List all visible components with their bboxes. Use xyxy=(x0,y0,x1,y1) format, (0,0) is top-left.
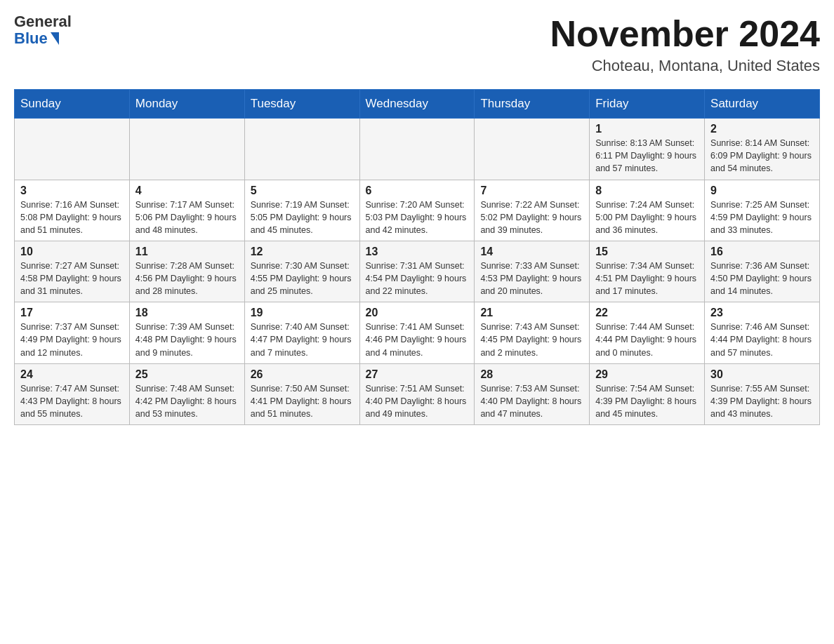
day-number: 9 xyxy=(710,185,814,197)
logo-general-text: General xyxy=(14,14,72,29)
day-info: Sunrise: 7:17 AM Sunset: 5:06 PM Dayligh… xyxy=(135,199,239,236)
weekday-header-saturday: Saturday xyxy=(705,90,820,119)
calendar-day-cell: 18Sunrise: 7:39 AM Sunset: 4:48 PM Dayli… xyxy=(129,302,244,363)
day-info: Sunrise: 7:41 AM Sunset: 4:46 PM Dayligh… xyxy=(366,321,469,358)
day-info: Sunrise: 7:33 AM Sunset: 4:53 PM Dayligh… xyxy=(480,260,583,297)
weekday-header-monday: Monday xyxy=(129,90,244,119)
day-number: 4 xyxy=(135,185,239,197)
logo-blue-text: Blue xyxy=(14,29,59,48)
day-number: 16 xyxy=(710,246,814,258)
calendar-day-cell xyxy=(475,119,590,180)
calendar-day-cell: 22Sunrise: 7:44 AM Sunset: 4:44 PM Dayli… xyxy=(590,302,705,363)
day-number: 5 xyxy=(251,185,354,197)
calendar-day-cell: 12Sunrise: 7:30 AM Sunset: 4:55 PM Dayli… xyxy=(244,241,359,302)
day-number: 13 xyxy=(366,246,469,258)
day-info: Sunrise: 7:43 AM Sunset: 4:45 PM Dayligh… xyxy=(480,321,583,358)
calendar-day-cell xyxy=(15,119,130,180)
calendar-day-cell: 30Sunrise: 7:55 AM Sunset: 4:39 PM Dayli… xyxy=(705,363,820,424)
calendar-day-cell: 2Sunrise: 8:14 AM Sunset: 6:09 PM Daylig… xyxy=(705,119,820,180)
day-number: 27 xyxy=(366,368,469,381)
calendar-day-cell: 5Sunrise: 7:19 AM Sunset: 5:05 PM Daylig… xyxy=(244,180,359,241)
day-number: 1 xyxy=(595,123,699,135)
calendar-day-cell: 24Sunrise: 7:47 AM Sunset: 4:43 PM Dayli… xyxy=(15,363,130,424)
day-number: 26 xyxy=(251,368,354,381)
calendar-day-cell: 27Sunrise: 7:51 AM Sunset: 4:40 PM Dayli… xyxy=(359,363,475,424)
day-number: 23 xyxy=(710,307,814,319)
weekday-header-wednesday: Wednesday xyxy=(359,90,475,119)
calendar-day-cell: 11Sunrise: 7:28 AM Sunset: 4:56 PM Dayli… xyxy=(129,241,244,302)
day-info: Sunrise: 7:16 AM Sunset: 5:08 PM Dayligh… xyxy=(20,199,124,236)
day-number: 30 xyxy=(710,368,814,381)
day-info: Sunrise: 7:55 AM Sunset: 4:39 PM Dayligh… xyxy=(710,382,814,420)
month-title: November 2024 xyxy=(550,14,820,54)
calendar-day-cell: 4Sunrise: 7:17 AM Sunset: 5:06 PM Daylig… xyxy=(129,180,244,241)
calendar-day-cell: 23Sunrise: 7:46 AM Sunset: 4:44 PM Dayli… xyxy=(705,302,820,363)
calendar-day-cell: 3Sunrise: 7:16 AM Sunset: 5:08 PM Daylig… xyxy=(15,180,130,241)
calendar-day-cell: 13Sunrise: 7:31 AM Sunset: 4:54 PM Dayli… xyxy=(359,241,475,302)
calendar-day-cell: 16Sunrise: 7:36 AM Sunset: 4:50 PM Dayli… xyxy=(705,241,820,302)
calendar-day-cell xyxy=(129,119,244,180)
day-info: Sunrise: 7:48 AM Sunset: 4:42 PM Dayligh… xyxy=(135,382,239,420)
calendar-day-cell: 15Sunrise: 7:34 AM Sunset: 4:51 PM Dayli… xyxy=(590,241,705,302)
day-info: Sunrise: 7:37 AM Sunset: 4:49 PM Dayligh… xyxy=(20,321,124,358)
day-number: 7 xyxy=(480,185,583,197)
calendar-day-cell: 25Sunrise: 7:48 AM Sunset: 4:42 PM Dayli… xyxy=(129,363,244,424)
calendar-day-cell xyxy=(359,119,475,180)
day-info: Sunrise: 7:36 AM Sunset: 4:50 PM Dayligh… xyxy=(710,260,814,297)
calendar-day-cell: 10Sunrise: 7:27 AM Sunset: 4:58 PM Dayli… xyxy=(15,241,130,302)
weekday-header-thursday: Thursday xyxy=(475,90,590,119)
day-number: 12 xyxy=(251,246,354,258)
day-info: Sunrise: 7:19 AM Sunset: 5:05 PM Dayligh… xyxy=(251,199,354,236)
day-number: 11 xyxy=(135,246,239,258)
day-number: 18 xyxy=(135,307,239,319)
calendar-week-row: 3Sunrise: 7:16 AM Sunset: 5:08 PM Daylig… xyxy=(15,180,820,241)
header: General Blue November 2024 Choteau, Mont… xyxy=(14,14,820,75)
day-number: 10 xyxy=(20,246,124,258)
calendar-day-cell: 19Sunrise: 7:40 AM Sunset: 4:47 PM Dayli… xyxy=(244,302,359,363)
day-number: 25 xyxy=(135,368,239,381)
day-info: Sunrise: 7:51 AM Sunset: 4:40 PM Dayligh… xyxy=(366,382,469,420)
day-info: Sunrise: 7:27 AM Sunset: 4:58 PM Dayligh… xyxy=(20,260,124,297)
day-info: Sunrise: 7:50 AM Sunset: 4:41 PM Dayligh… xyxy=(251,382,354,420)
calendar-day-cell: 20Sunrise: 7:41 AM Sunset: 4:46 PM Dayli… xyxy=(359,302,475,363)
day-number: 24 xyxy=(20,368,124,381)
day-info: Sunrise: 7:53 AM Sunset: 4:40 PM Dayligh… xyxy=(480,382,583,420)
day-number: 28 xyxy=(480,368,583,381)
calendar-day-cell: 29Sunrise: 7:54 AM Sunset: 4:39 PM Dayli… xyxy=(590,363,705,424)
calendar-day-cell: 9Sunrise: 7:25 AM Sunset: 4:59 PM Daylig… xyxy=(705,180,820,241)
calendar-day-cell: 6Sunrise: 7:20 AM Sunset: 5:03 PM Daylig… xyxy=(359,180,475,241)
day-info: Sunrise: 7:39 AM Sunset: 4:48 PM Dayligh… xyxy=(135,321,239,358)
day-info: Sunrise: 7:28 AM Sunset: 4:56 PM Dayligh… xyxy=(135,260,239,297)
day-info: Sunrise: 8:14 AM Sunset: 6:09 PM Dayligh… xyxy=(710,137,814,175)
day-info: Sunrise: 7:46 AM Sunset: 4:44 PM Dayligh… xyxy=(710,321,814,358)
day-number: 22 xyxy=(595,307,699,319)
calendar-day-cell: 14Sunrise: 7:33 AM Sunset: 4:53 PM Dayli… xyxy=(475,241,590,302)
day-number: 6 xyxy=(366,185,469,197)
calendar-day-cell xyxy=(244,119,359,180)
calendar-day-cell: 17Sunrise: 7:37 AM Sunset: 4:49 PM Dayli… xyxy=(15,302,130,363)
day-number: 8 xyxy=(595,185,699,197)
weekday-header-friday: Friday xyxy=(590,90,705,119)
day-number: 21 xyxy=(480,307,583,319)
day-info: Sunrise: 7:31 AM Sunset: 4:54 PM Dayligh… xyxy=(366,260,469,297)
calendar-day-cell: 28Sunrise: 7:53 AM Sunset: 4:40 PM Dayli… xyxy=(475,363,590,424)
calendar-week-row: 24Sunrise: 7:47 AM Sunset: 4:43 PM Dayli… xyxy=(15,363,820,424)
title-area: November 2024 Choteau, Montana, United S… xyxy=(550,14,820,75)
day-info: Sunrise: 7:47 AM Sunset: 4:43 PM Dayligh… xyxy=(20,382,124,420)
calendar-day-cell: 8Sunrise: 7:24 AM Sunset: 5:00 PM Daylig… xyxy=(590,180,705,241)
logo: General Blue xyxy=(14,14,72,48)
day-info: Sunrise: 8:13 AM Sunset: 6:11 PM Dayligh… xyxy=(595,137,699,175)
day-info: Sunrise: 7:54 AM Sunset: 4:39 PM Dayligh… xyxy=(595,382,699,420)
weekday-header-sunday: Sunday xyxy=(15,90,130,119)
day-info: Sunrise: 7:22 AM Sunset: 5:02 PM Dayligh… xyxy=(480,199,583,236)
calendar-week-row: 1Sunrise: 8:13 AM Sunset: 6:11 PM Daylig… xyxy=(15,119,820,180)
calendar-day-cell: 7Sunrise: 7:22 AM Sunset: 5:02 PM Daylig… xyxy=(475,180,590,241)
calendar-day-cell: 21Sunrise: 7:43 AM Sunset: 4:45 PM Dayli… xyxy=(475,302,590,363)
calendar-week-row: 10Sunrise: 7:27 AM Sunset: 4:58 PM Dayli… xyxy=(15,241,820,302)
day-info: Sunrise: 7:25 AM Sunset: 4:59 PM Dayligh… xyxy=(710,199,814,236)
day-number: 17 xyxy=(20,307,124,319)
location-label: Choteau, Montana, United States xyxy=(550,57,820,75)
day-info: Sunrise: 7:20 AM Sunset: 5:03 PM Dayligh… xyxy=(366,199,469,236)
weekday-header-tuesday: Tuesday xyxy=(244,90,359,119)
logo-triangle-icon xyxy=(51,32,59,45)
